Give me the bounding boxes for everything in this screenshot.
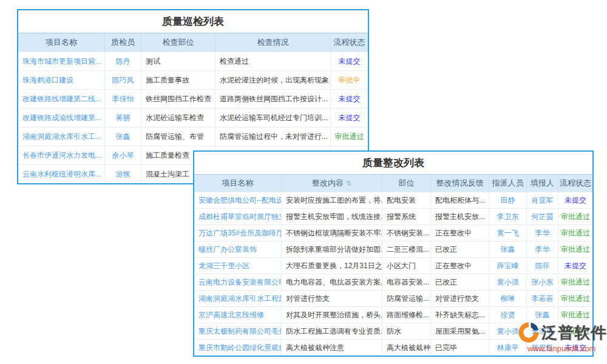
- status-badge: 未提交: [331, 90, 368, 108]
- column-header-content-label: 整改内容: [312, 178, 344, 189]
- part-cell: 高大植被栽种: [382, 340, 431, 356]
- feedback-cell: 正在整改中: [431, 225, 489, 241]
- inspection-part-cell: 施工质量事故: [141, 71, 215, 89]
- column-header-part: 部位: [382, 175, 431, 192]
- feedback-cell: 已改正: [431, 274, 489, 290]
- reporter-link[interactable]: 肖亚军: [527, 192, 558, 208]
- assignee-link[interactable]: 柳琳: [489, 291, 527, 306]
- project-name-link[interactable]: 云南电力设备安装有限公司20...: [194, 274, 282, 290]
- column-header-inspector: 质检员: [105, 33, 141, 52]
- status-badge: 审批通过: [558, 225, 592, 241]
- column-header-status: 流程状态: [331, 33, 368, 52]
- rectify-content-cell: 电力电容器、电抗器安装方案,...: [282, 274, 382, 290]
- reporter-link[interactable]: 李华: [527, 225, 558, 241]
- inspector-link[interactable]: 蒋丽: [105, 109, 141, 127]
- table-row: 湖南洞庭湖水库引水工程施工I标 对管进行垫支 防腐管运输... 对管进行垫支 柳…: [194, 290, 592, 306]
- rectify-content-cell: 安装时应按施工图的布置，将...: [282, 192, 382, 208]
- feedback-cell: 补齐缺失标志...: [431, 307, 489, 323]
- inspector-link[interactable]: 李佳怡: [105, 90, 141, 108]
- project-name-link[interactable]: 安徽合肥供电公司--配电设备...: [194, 192, 282, 208]
- reporter-link[interactable]: 陈菲: [527, 258, 558, 274]
- feedback-cell: 配电柜柜体与...: [431, 192, 489, 208]
- rectify-content-cell: 对管进行垫支: [282, 291, 382, 306]
- project-name-link[interactable]: 改建铁路成渝线增建第...: [18, 109, 105, 127]
- assignee-link[interactable]: 薛宝峰: [489, 258, 527, 274]
- project-name-link[interactable]: 万达广场35#会所及咖啡厅空...: [194, 225, 282, 241]
- table-row: 成都杜甫草堂临时展厅独立展... 报警主机安放牢固，线缆连接... 报警系统 报…: [194, 208, 592, 224]
- rectification-table-title: 质量整改列表: [194, 152, 592, 175]
- assignee-link[interactable]: 田静: [489, 192, 527, 208]
- watermark-url[interactable]: www.fanpusoft.com: [516, 344, 607, 353]
- inspection-situation-cell: 检查通过: [215, 52, 331, 70]
- project-name-link[interactable]: 重庆市鹅岭公园绿化景观提升...: [194, 340, 282, 356]
- reporter-link[interactable]: 李若若: [527, 291, 558, 306]
- assignee-link[interactable]: 黄一飞: [489, 225, 527, 241]
- assignee-link[interactable]: 黄小强: [489, 274, 527, 290]
- inspector-link[interactable]: 余小琴: [105, 146, 141, 164]
- inspection-situation-cell: 水泥砼灌注的时候，出现离析现象: [215, 71, 331, 89]
- inspection-part-cell: 水泥砼运输车检查: [141, 109, 215, 127]
- feedback-cell: 屋面采用聚氨...: [431, 323, 489, 339]
- rectify-content-cell: 防水工程施工选调有专业资质...: [282, 323, 382, 339]
- project-name-link[interactable]: 重庆太极制药有限公司亳州中...: [194, 323, 282, 339]
- status-badge: 未提交: [331, 109, 368, 127]
- project-name-link[interactable]: 成都杜甫草堂临时展厅独立展...: [194, 209, 282, 224]
- table-row: 螺丝厂办公室装饰 拆除到承重墙部分请做好加固... 二至三楼混... 已改正 张…: [194, 241, 592, 257]
- watermark: 泛普软件 www.fanpusoft.com: [516, 320, 607, 353]
- part-cell: 小区大门: [382, 258, 431, 274]
- inspection-situation-cell: 道路两侧铁丝网围挡工作按设计...: [215, 90, 331, 108]
- column-header-feedback: 整改情况反馈: [431, 175, 489, 192]
- status-badge: 未提交: [331, 52, 368, 70]
- table-row: 珠海鹤港口建设 陈巧凤 施工质量事故 水泥砼灌注的时候，出现离析现象 审批中: [18, 70, 368, 89]
- reporter-link[interactable]: 李华: [527, 241, 558, 257]
- project-name-link[interactable]: 湖南洞庭湖水库引水工...: [18, 127, 105, 146]
- rectify-content-cell: 拆除到承重墙部分请做好加固...: [282, 241, 382, 257]
- inspection-table-header: 项目名称 质检员 检查部位 检查情况 流程状态: [18, 33, 368, 52]
- status-badge: 审批通过: [558, 274, 592, 290]
- part-cell: 防水: [382, 323, 431, 339]
- status-badge: 审批通过: [558, 291, 592, 306]
- project-name-link[interactable]: 珠海鹤港口建设: [18, 71, 105, 89]
- inspection-part-cell: 防腐管运输、布管: [141, 127, 215, 146]
- rectify-content-cell: 大理石质量更换，12月31日之...: [282, 258, 382, 274]
- column-header-assignee: 指派人员: [489, 175, 527, 192]
- inspection-situation-cell: 水泥砼运输车司机经过专门培训...: [215, 109, 331, 127]
- inspector-link[interactable]: 游恢: [105, 165, 141, 183]
- rectify-content-cell: 对其及时开展整治措施，桥头...: [282, 307, 382, 323]
- reporter-link[interactable]: 何芷茵: [527, 209, 558, 224]
- column-header-situation: 检查情况: [215, 33, 331, 52]
- inspection-part-cell: 测试: [141, 52, 215, 70]
- assignee-link[interactable]: 张鑫: [489, 241, 527, 257]
- part-cell: 路面维修检...: [382, 307, 431, 323]
- project-name-link[interactable]: 龙湖三千里小区: [194, 258, 282, 274]
- project-name-link[interactable]: 湖南洞庭湖水库引水工程施工I标: [194, 291, 282, 306]
- inspector-link[interactable]: 陈丹: [105, 52, 141, 70]
- feedback-cell: 报警主机安放...: [431, 209, 489, 224]
- table-row: 万达广场35#会所及咖啡厅空... 不锈钢边框玻璃隔断安装不牢... 不锈钢安装…: [194, 224, 592, 241]
- project-name-link[interactable]: 改建铁路线增建第二线...: [18, 90, 105, 108]
- sort-icon[interactable]: ⇅: [346, 180, 351, 187]
- status-badge: 审批通过: [558, 209, 592, 224]
- reporter-link[interactable]: 张小东: [527, 274, 558, 290]
- column-header-project: 项目名称: [18, 33, 105, 52]
- inspector-link[interactable]: 陈巧凤: [105, 71, 141, 89]
- part-cell: 报警系统: [382, 209, 431, 224]
- project-name-link[interactable]: 珠海市城市更新项目紫...: [18, 52, 105, 70]
- table-row: 改建铁路成渝线增建第... 蒋丽 水泥砼运输车检查 水泥砼运输车司机经过专门培训…: [18, 108, 368, 127]
- inspection-table-title: 质量巡检列表: [18, 10, 368, 33]
- status-badge: 审批通过: [331, 127, 368, 146]
- fanpu-logo-icon: [516, 320, 541, 345]
- part-cell: 二至三楼混...: [382, 241, 431, 257]
- status-badge: 未提交: [558, 192, 592, 208]
- rectify-content-cell: 高大植被栽种注意: [282, 340, 382, 356]
- part-cell: 配电安装: [382, 192, 431, 208]
- project-name-link[interactable]: 螺丝厂办公室装饰: [194, 241, 282, 257]
- assignee-link[interactable]: 李卫东: [489, 209, 527, 224]
- project-name-link[interactable]: 云南水利枢纽潜明水库...: [18, 165, 105, 183]
- project-name-link[interactable]: 京沪高速北京段维修: [194, 307, 282, 323]
- feedback-cell: 已完毕: [431, 340, 489, 356]
- part-cell: 不锈钢安装...: [382, 225, 431, 241]
- column-header-status: 流程状态: [558, 175, 592, 192]
- project-name-link[interactable]: 长春市伊通河水力发电...: [18, 146, 105, 164]
- inspector-link[interactable]: 张鑫: [105, 127, 141, 146]
